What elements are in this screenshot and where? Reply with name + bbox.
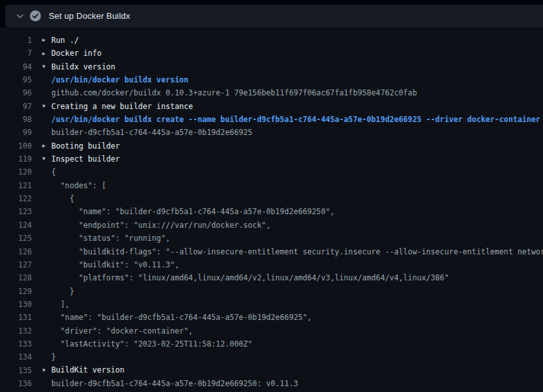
- line-number[interactable]: 128: [0, 271, 32, 284]
- log-line: 133 "lastActivity": "2023-02-25T11:58:12…: [0, 337, 543, 350]
- line-number[interactable]: 124: [0, 219, 32, 232]
- log-line: 136builder-d9cfb5a1-c764-445a-a57e-0b19d…: [0, 377, 543, 390]
- log-group-title[interactable]: Buildx version: [51, 62, 116, 71]
- log-output-text: "name": "builder-d9cfb5a1-c764-445a-a57e…: [51, 207, 335, 216]
- log-line: 126 "buildkitd-flags": "--allow-insecure…: [0, 245, 543, 258]
- line-number[interactable]: 126: [0, 245, 32, 258]
- line-number[interactable]: 7: [0, 47, 32, 60]
- log-line: 119▼Inspect builder: [0, 153, 543, 165]
- log-group-title[interactable]: Creating a new builder instance: [51, 102, 193, 111]
- triangle-down-icon: ▼: [42, 364, 51, 377]
- log-output-text: ],: [51, 300, 69, 309]
- log-command-text: /usr/bin/docker buildx create --name bui…: [51, 115, 540, 124]
- log-line: 94▼Buildx version: [0, 60, 543, 73]
- log-line: 134}: [0, 350, 543, 363]
- log-line: 96github.com/docker/buildx 0.10.3+azure-…: [0, 86, 543, 99]
- log-line: 1▶Run ./: [0, 34, 543, 47]
- log-output-text: }: [51, 352, 56, 361]
- log-line: 95/usr/bin/docker buildx version: [0, 73, 543, 86]
- line-number[interactable]: 121: [0, 179, 32, 192]
- line-number[interactable]: 131: [0, 311, 32, 324]
- log-group-title[interactable]: Run ./: [51, 36, 79, 45]
- line-number[interactable]: 94: [0, 60, 32, 73]
- log-group-title[interactable]: BuildKit version: [51, 365, 125, 374]
- line-number[interactable]: 122: [0, 192, 32, 205]
- log-output-text: builder-d9cfb5a1-c764-445a-a57e-0b19d2e6…: [51, 379, 298, 388]
- line-number[interactable]: 133: [0, 337, 32, 350]
- line-number[interactable]: 99: [0, 126, 32, 139]
- line-number[interactable]: 136: [0, 377, 32, 390]
- log-group-title[interactable]: Docker info: [51, 49, 101, 58]
- log-output-text: "nodes": [: [51, 181, 106, 190]
- log-line: 121 "nodes": [: [0, 179, 543, 192]
- log-line: 120{: [0, 165, 543, 178]
- triangle-right-icon: ▶: [42, 47, 51, 60]
- log-view: 1▶Run ./7▶Docker info94▼Buildx version95…: [0, 27, 543, 390]
- log-group-title[interactable]: Inspect builder: [51, 154, 120, 164]
- chevron-down-icon[interactable]: [12, 12, 29, 20]
- log-output-text: {: [51, 194, 74, 203]
- log-line: 132 "driver": "docker-container",: [0, 325, 543, 337]
- log-line: 131 "name": "builder-d9cfb5a1-c764-445a-…: [0, 311, 543, 324]
- log-line: 122 {: [0, 192, 543, 205]
- log-output-text: }: [51, 287, 74, 296]
- line-number[interactable]: 1: [0, 34, 32, 47]
- log-output-text: {: [51, 167, 56, 177]
- check-circle-icon: [30, 10, 41, 21]
- line-number[interactable]: 123: [0, 205, 32, 218]
- log-output-text: github.com/docker/buildx 0.10.3+azure-1 …: [51, 88, 417, 97]
- line-number[interactable]: 135: [0, 364, 32, 377]
- log-output-text: "platforms": "linux/amd64,linux/amd64/v2…: [51, 273, 449, 282]
- step-header-strip: Set up Docker Buildx: [0, 0, 543, 27]
- line-number[interactable]: 132: [0, 325, 32, 337]
- log-output-text: "lastActivity": "2023-02-25T11:58:12.000…: [51, 339, 253, 349]
- line-number[interactable]: 129: [0, 285, 32, 298]
- log-line: 7▶Docker info: [0, 47, 543, 60]
- line-number[interactable]: 125: [0, 232, 32, 245]
- step-title: Set up Docker Buildx: [49, 11, 130, 21]
- step-header[interactable]: Set up Docker Buildx: [5, 5, 543, 27]
- log-line: 100▶Booting builder: [0, 140, 543, 153]
- line-number[interactable]: 130: [0, 298, 32, 311]
- log-line: 123 "name": "builder-d9cfb5a1-c764-445a-…: [0, 205, 543, 218]
- log-line: 125 "status": "running",: [0, 232, 543, 245]
- triangle-right-icon: ▶: [42, 34, 51, 47]
- triangle-down-icon: ▼: [42, 100, 51, 113]
- log-output-text: "buildkit": "v0.11.3",: [51, 260, 179, 269]
- log-command-text: /usr/bin/docker buildx version: [51, 75, 188, 84]
- triangle-down-icon: ▼: [42, 153, 51, 165]
- log-line: 130 ],: [0, 298, 543, 311]
- line-number[interactable]: 96: [0, 86, 32, 99]
- triangle-right-icon: ▶: [42, 140, 51, 153]
- log-output-text: "status": "running",: [51, 234, 170, 243]
- log-line: 124 "endpoint": "unix:///var/run/docker.…: [0, 219, 543, 232]
- line-number[interactable]: 100: [0, 140, 32, 153]
- log-line: 135▼BuildKit version: [0, 364, 543, 377]
- log-line: 98/usr/bin/docker buildx create --name b…: [0, 113, 543, 126]
- log-output-text: "driver": "docker-container",: [51, 326, 193, 336]
- log-output-text: "endpoint": "unix:///var/run/docker.sock…: [51, 221, 271, 230]
- line-number[interactable]: 119: [0, 153, 32, 165]
- log-line: 127 "buildkit": "v0.11.3",: [0, 258, 543, 271]
- line-number[interactable]: 97: [0, 100, 32, 113]
- log-output-text: "buildkitd-flags": "--allow-insecure-ent…: [51, 247, 543, 256]
- log-line: 128 "platforms": "linux/amd64,linux/amd6…: [0, 271, 543, 284]
- log-output-text: "name": "builder-d9cfb5a1-c764-445a-a57e…: [51, 313, 312, 322]
- log-output-text: builder-d9cfb5a1-c764-445a-a57e-0b19d2e6…: [51, 128, 253, 137]
- triangle-down-icon: ▼: [42, 60, 51, 73]
- log-line: 129 }: [0, 285, 543, 298]
- line-number[interactable]: 134: [0, 350, 32, 363]
- line-number[interactable]: 120: [0, 165, 32, 178]
- log-line: 97▼Creating a new builder instance: [0, 100, 543, 113]
- line-number[interactable]: 98: [0, 113, 32, 126]
- log-line: 99builder-d9cfb5a1-c764-445a-a57e-0b19d2…: [0, 126, 543, 139]
- log-group-title[interactable]: Booting builder: [51, 141, 120, 151]
- line-number[interactable]: 127: [0, 258, 32, 271]
- line-number[interactable]: 95: [0, 73, 32, 86]
